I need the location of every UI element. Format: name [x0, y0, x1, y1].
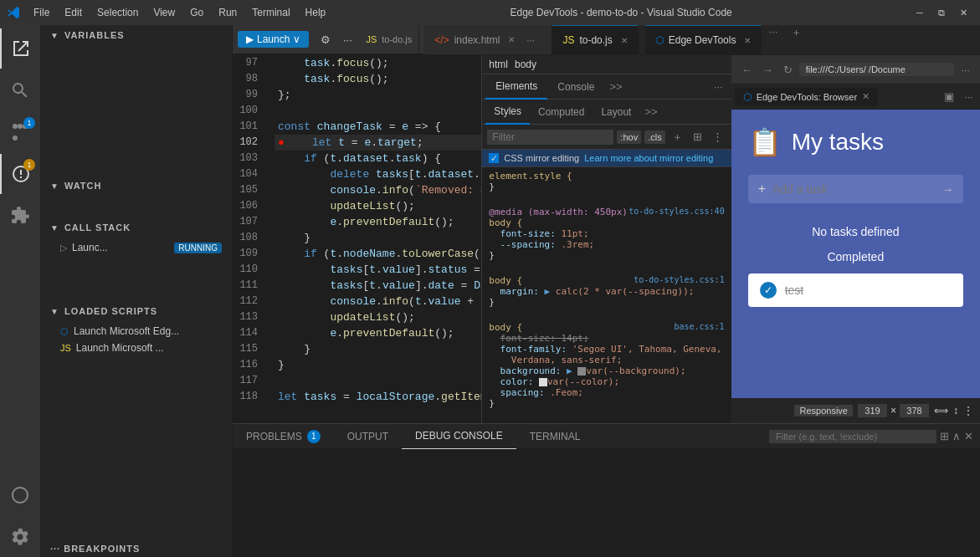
- style-btn-2[interactable]: ⊞: [690, 129, 705, 145]
- back-btn[interactable]: ←: [738, 62, 756, 78]
- more-debug-btn[interactable]: ···: [337, 29, 357, 49]
- callstack-header[interactable]: ▼ CALL STACK: [40, 217, 232, 238]
- line-num-98: 98: [233, 71, 264, 87]
- zoom-icon[interactable]: ⟺: [934, 405, 948, 416]
- menu-edit[interactable]: Edit: [58, 5, 89, 20]
- tab-devtools-close[interactable]: ✕: [744, 36, 751, 45]
- menu-help[interactable]: Help: [299, 5, 333, 20]
- activity-extensions[interactable]: [0, 196, 40, 236]
- task-input[interactable]: [772, 182, 936, 196]
- panel-tab-debug[interactable]: DEBUG CONSOLE: [402, 424, 516, 449]
- refresh-btn[interactable]: ↻: [780, 62, 796, 78]
- loaded-scripts-item-1[interactable]: JS Launch Microsoft ...: [40, 340, 232, 356]
- menu-go[interactable]: Go: [183, 5, 210, 20]
- menu-selection[interactable]: Selection: [90, 5, 145, 20]
- loaded-scripts-item-0[interactable]: ⬡ Launch Microsoft Edg...: [40, 323, 232, 340]
- style-file-2[interactable]: to-do-styles.css:1: [634, 275, 724, 284]
- browser-tab-edge-devtools[interactable]: ⬡ Edge DevTools: Browser ✕: [735, 88, 878, 106]
- hov-button[interactable]: :hov: [617, 130, 641, 144]
- callstack-item[interactable]: ▷ Launc... RUNNING: [40, 239, 232, 256]
- minimize-button[interactable]: ─: [910, 3, 930, 23]
- activity-remote[interactable]: [0, 475, 40, 515]
- computed-tab[interactable]: Computed: [530, 100, 593, 125]
- tab-js-1[interactable]: JS to-do.js: [359, 25, 419, 54]
- devtools-more-tabs[interactable]: >>: [604, 77, 627, 96]
- breakpoints-header[interactable]: ··· BREAKPOINTS: [40, 540, 232, 557]
- task-input-row[interactable]: + →: [748, 175, 963, 203]
- close-button[interactable]: ✕: [953, 3, 973, 23]
- styles-more-tabs[interactable]: >>: [639, 102, 662, 121]
- activity-settings[interactable]: [0, 517, 40, 557]
- task-check-icon[interactable]: ✓: [760, 282, 777, 299]
- menu-view[interactable]: View: [146, 5, 182, 20]
- menu-bar[interactable]: File Edit Selection View Go Run Terminal…: [27, 5, 332, 20]
- activity-source-control[interactable]: 1: [0, 112, 40, 152]
- browser-more-btn[interactable]: ···: [957, 64, 973, 76]
- tab-index-html[interactable]: </> index.html ✕ ···: [424, 25, 552, 54]
- rotate-icon[interactable]: ↕: [953, 405, 958, 416]
- panel-collapse-btn[interactable]: ∧: [952, 430, 961, 442]
- tab-todo-js[interactable]: JS to-do.js ✕: [552, 25, 638, 54]
- task-submit-btn[interactable]: →: [942, 183, 953, 196]
- cls-button[interactable]: .cls: [644, 130, 665, 144]
- panel-tab-terminal[interactable]: TERMINAL: [516, 424, 594, 449]
- browser-panel-icon[interactable]: ▣: [941, 90, 957, 103]
- style-file-3[interactable]: base.css:1: [674, 322, 724, 331]
- browser-more2[interactable]: ···: [961, 90, 977, 103]
- devtools-panel-more[interactable]: ···: [709, 77, 728, 96]
- tab-index-close[interactable]: ✕: [508, 35, 515, 44]
- devtools-tab-console[interactable]: Console: [547, 74, 604, 100]
- problems-badge: 1: [307, 430, 321, 443]
- panel-tab-output[interactable]: OUTPUT: [334, 424, 402, 449]
- tab-more[interactable]: ···: [520, 34, 541, 46]
- height-input[interactable]: [900, 404, 929, 417]
- code-editor[interactable]: 97 98 99 100 101 102 103 104 105 106 107…: [233, 55, 481, 423]
- more-options-icon[interactable]: ⋮: [963, 405, 973, 416]
- terminal-tab-label: TERMINAL: [530, 431, 581, 442]
- devtools-tab-elements[interactable]: Elements: [485, 74, 547, 100]
- add-style-btn[interactable]: ＋: [669, 128, 686, 146]
- style-btn-3[interactable]: ⋮: [709, 129, 726, 145]
- styles-filter-input[interactable]: [487, 130, 613, 145]
- loaded-scripts-header[interactable]: ▼ LOADED SCRIPTS: [40, 301, 232, 321]
- browser-tab-close[interactable]: ✕: [862, 91, 870, 102]
- tab-todo-close[interactable]: ✕: [621, 36, 628, 45]
- task-app: 📋 My tasks + → No tasks defined Complete…: [748, 126, 963, 307]
- forward-btn[interactable]: →: [759, 62, 777, 78]
- js-icon-2: JS: [562, 34, 574, 46]
- menu-run[interactable]: Run: [212, 5, 244, 20]
- style-file-1[interactable]: to-do-styles.css:40: [629, 207, 724, 216]
- tab-edge-devtools[interactable]: ⬡ Edge DevTools ✕: [645, 25, 762, 54]
- body-breadcrumb[interactable]: body: [515, 59, 536, 70]
- width-input[interactable]: [858, 404, 887, 417]
- bottom-panel: PROBLEMS 1 OUTPUT DEBUG CONSOLE TERMINAL…: [233, 423, 980, 557]
- expand-icon[interactable]: ▶: [545, 286, 551, 297]
- restore-button[interactable]: ⧉: [931, 3, 952, 23]
- browser-url[interactable]: file:///C:/Users/ /Docume: [799, 63, 954, 76]
- activity-explorer[interactable]: [0, 28, 40, 69]
- new-tab-btn[interactable]: ＋: [784, 25, 808, 54]
- activity-search[interactable]: [0, 70, 40, 110]
- css-mirror-checkbox[interactable]: ✓: [489, 153, 499, 163]
- css-mirror-link[interactable]: Learn more about mirror editing: [584, 153, 713, 163]
- panel-tab-problems[interactable]: PROBLEMS 1: [233, 424, 334, 449]
- bg-expand[interactable]: ▶: [567, 365, 572, 376]
- styles-tab[interactable]: Styles: [485, 100, 530, 125]
- panel-filter-icon[interactable]: ⊞: [940, 430, 949, 442]
- panel-filter-input[interactable]: [769, 430, 936, 443]
- styles-toolbar: :hov .cls ＋ ⊞ ⋮: [482, 125, 731, 150]
- panel-close-btn[interactable]: ✕: [964, 430, 973, 442]
- responsive-select[interactable]: Responsive: [794, 405, 852, 416]
- html-breadcrumb[interactable]: html: [489, 59, 508, 70]
- layout-tab[interactable]: Layout: [593, 100, 639, 125]
- task-item-0[interactable]: ✓ test: [748, 273, 963, 307]
- color-val: var(--color);: [547, 376, 619, 387]
- menu-file[interactable]: File: [27, 5, 56, 20]
- watch-header[interactable]: ▼ WATCH: [40, 176, 232, 196]
- devtools-tab-more[interactable]: ···: [762, 25, 784, 54]
- settings-debug-btn[interactable]: ⚙: [316, 29, 336, 49]
- activity-debug[interactable]: 1: [0, 154, 40, 194]
- menu-terminal[interactable]: Terminal: [245, 5, 296, 20]
- launch-button[interactable]: ▶ Launch ∨: [238, 31, 309, 48]
- variables-header[interactable]: ▼ VARIABLES: [40, 25, 232, 45]
